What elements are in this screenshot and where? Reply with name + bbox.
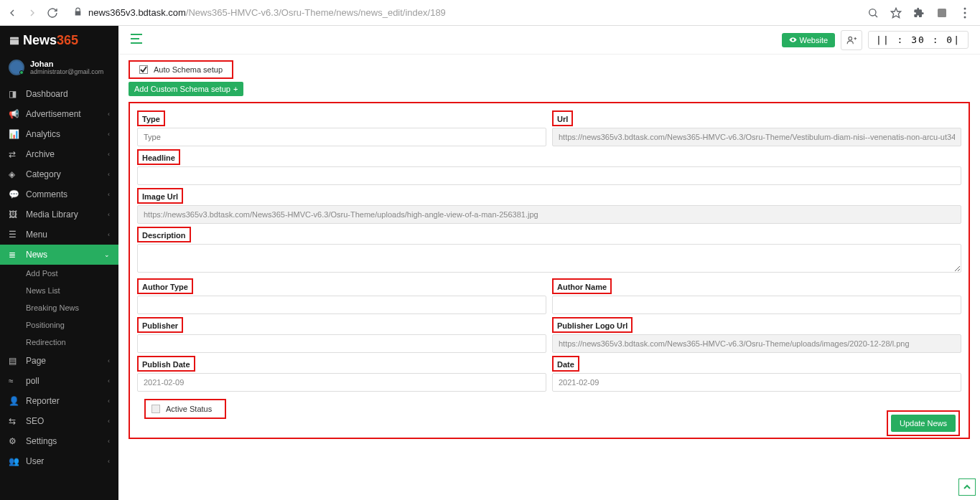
nav-label: Page	[26, 356, 46, 366]
nav-archive[interactable]: ⇄Archive‹	[0, 144, 118, 164]
sub-redirection[interactable]: Redirection	[0, 334, 118, 351]
publisher-input[interactable]	[137, 334, 546, 353]
type-input[interactable]	[137, 128, 546, 146]
nav-dashboard[interactable]: ◨Dashboard	[0, 84, 118, 104]
nav-label: User	[26, 456, 44, 466]
svg-rect-7	[10, 37, 19, 44]
authorname-input[interactable]	[552, 296, 961, 314]
add-custom-schema-label: Add Custom Schema setup	[134, 85, 230, 93]
star-icon[interactable]	[890, 6, 902, 19]
nav-settings[interactable]: ⚙Settings‹	[0, 431, 118, 451]
nav-label: Reporter	[26, 396, 60, 406]
nav-poll[interactable]: ≈poll‹	[0, 371, 118, 391]
svg-marker-2	[891, 8, 900, 17]
nav-label: poll	[26, 376, 39, 386]
nav-label: Media Library	[26, 209, 78, 220]
add-user-icon[interactable]	[841, 30, 862, 50]
url-label: Url	[555, 114, 570, 124]
url-input[interactable]	[552, 128, 961, 146]
auto-schema-highlight: Auto Schema setup	[129, 60, 233, 79]
logo: News365	[0, 26, 118, 55]
svg-point-6	[964, 16, 966, 18]
nav-category[interactable]: ◈Category‹	[0, 164, 118, 184]
imageurl-input[interactable]	[137, 205, 961, 224]
imageurl-label: Image Url	[140, 192, 180, 202]
logo-text-2: 365	[57, 33, 78, 47]
url-path: /News365-HMVC-v6.3/Osru-Theme/news/news_…	[186, 7, 446, 18]
nav-label: Archive	[26, 149, 55, 159]
nav-label: Analytics	[26, 129, 60, 139]
type-label: Type	[140, 114, 162, 124]
sub-breaking-news[interactable]: Breaking News	[0, 299, 118, 316]
publishdate-input[interactable]	[137, 373, 546, 392]
description-label: Description	[140, 230, 188, 240]
logo-text-1: News	[23, 33, 57, 47]
svg-point-5	[964, 11, 966, 14]
nav-seo[interactable]: ⇆SEO‹	[0, 411, 118, 431]
update-news-button[interactable]: Update News	[891, 415, 956, 432]
nav-comments[interactable]: 💬Comments‹	[0, 184, 118, 204]
authortype-label: Author Type	[140, 282, 190, 292]
add-custom-schema-button[interactable]: Add Custom Schema setup +	[129, 82, 243, 96]
active-status-highlight: Active Status	[144, 399, 226, 419]
authortype-input[interactable]	[137, 296, 546, 314]
user-email: administrator@gmail.com	[30, 68, 103, 75]
headline-input[interactable]	[137, 166, 961, 185]
profile-icon[interactable]	[935, 6, 948, 19]
sidebar: News365 Johan administrator@gmail.com ◨D…	[0, 26, 118, 500]
sub-add-post[interactable]: Add Post	[0, 265, 118, 282]
nav-label: Menu	[26, 230, 47, 240]
nav-analytics[interactable]: 📊Analytics‹	[0, 124, 118, 144]
publisherlogo-label: Publisher Logo Url	[555, 321, 630, 331]
svg-line-1	[875, 14, 877, 16]
forward-icon	[26, 6, 39, 19]
publisherlogo-input[interactable]	[552, 334, 961, 353]
nav-label: Settings	[26, 436, 57, 446]
date-label: Date	[555, 359, 577, 369]
headline-label: Headline	[140, 153, 177, 163]
user-block[interactable]: Johan administrator@gmail.com	[0, 55, 118, 84]
nav-label: News	[26, 250, 47, 260]
active-status-label: Active Status	[166, 405, 212, 413]
address-bar[interactable]: news365v3.bdtask.com/News365-HMVC-v6.3/O…	[66, 7, 859, 19]
description-input[interactable]	[137, 244, 961, 273]
update-button-highlight: Update News	[887, 410, 960, 436]
auto-schema-checkbox[interactable]	[139, 65, 148, 74]
nav-advertisement[interactable]: 📢Advertisement‹	[0, 104, 118, 124]
menu-dots-icon[interactable]	[958, 6, 971, 19]
svg-point-12	[849, 37, 852, 40]
toggle-sidebar-icon[interactable]	[130, 34, 143, 47]
extensions-icon[interactable]	[913, 6, 925, 19]
nav-page[interactable]: ▤Page‹	[0, 351, 118, 371]
zoom-icon[interactable]	[867, 6, 879, 19]
avatar	[9, 60, 24, 75]
reload-icon[interactable]	[46, 6, 59, 19]
schema-form: Type Url Headline Ima	[129, 102, 970, 439]
website-button[interactable]: Website	[782, 33, 836, 47]
nav-news[interactable]: ≣News⌄	[0, 245, 118, 265]
nav-media[interactable]: 🖼Media Library‹	[0, 204, 118, 225]
user-name: Johan	[30, 60, 103, 68]
nav-label: Comments	[26, 189, 67, 199]
nav-label: SEO	[26, 416, 44, 426]
svg-point-4	[964, 7, 966, 9]
date-input[interactable]	[552, 373, 961, 392]
nav-reporter[interactable]: 👤Reporter‹	[0, 391, 118, 411]
publisher-label: Publisher	[140, 321, 180, 331]
lock-icon	[73, 7, 83, 19]
auto-schema-label: Auto Schema setup	[154, 65, 223, 74]
publishdate-label: Publish Date	[140, 359, 192, 369]
sub-news-list[interactable]: News List	[0, 282, 118, 299]
back-to-top-button[interactable]	[958, 478, 976, 496]
authorname-label: Author Name	[555, 282, 609, 292]
back-icon[interactable]	[6, 6, 19, 19]
url-host: news365v3.bdtask.com	[88, 7, 186, 18]
nav-label: Advertisement	[26, 109, 81, 119]
clock-display: || : 30 : 0|	[868, 31, 969, 49]
nav-user[interactable]: 👥User‹	[0, 451, 118, 471]
active-status-checkbox[interactable]	[151, 405, 160, 413]
sub-positioning[interactable]: Positioning	[0, 316, 118, 334]
topbar: Website || : 30 : 0|	[118, 26, 980, 55]
svg-rect-3	[938, 9, 946, 17]
nav-menu[interactable]: ☰Menu‹	[0, 225, 118, 245]
